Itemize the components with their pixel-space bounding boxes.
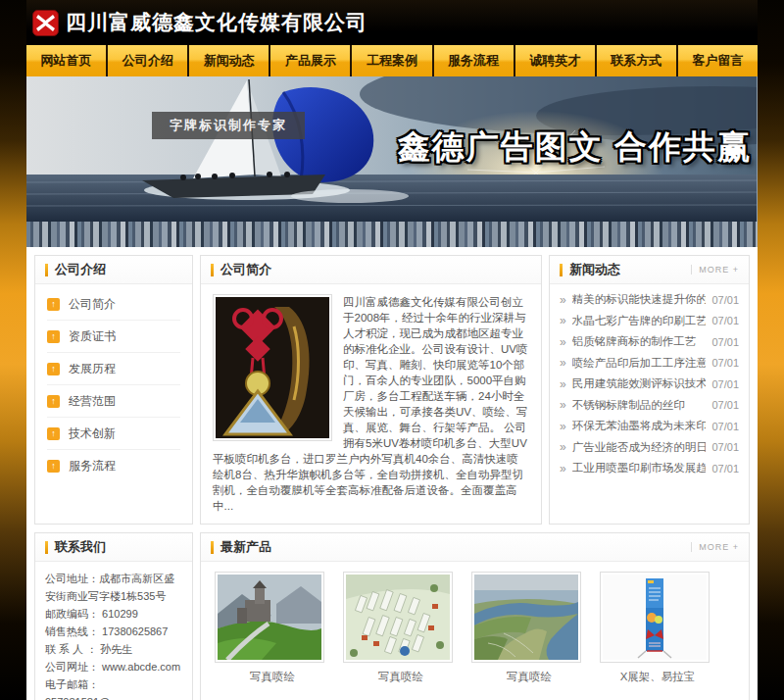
product-card[interactable]: 写真喷绘 bbox=[215, 572, 330, 684]
accent-bar bbox=[211, 264, 214, 276]
river-aerial-thumbnail bbox=[471, 572, 581, 663]
news-more-link[interactable]: MORE + bbox=[691, 265, 739, 275]
company-menu-box: 公司介绍 ↑ 公司简介 ↑ 资质证书 ↑ 发展历程 bbox=[34, 255, 193, 525]
product-caption: 写真喷绘 bbox=[215, 670, 330, 684]
product-strip: 写真喷绘 bbox=[201, 562, 749, 690]
news-item-date: 07/01 bbox=[711, 357, 739, 369]
news-item-date: 07/01 bbox=[711, 336, 739, 348]
banner-headline: 鑫德广告图文 合作共赢 bbox=[398, 125, 752, 170]
arrow-up-icon: ↑ bbox=[47, 330, 60, 343]
arrow-up-icon: ↑ bbox=[47, 363, 60, 375]
double-chevron-icon: » bbox=[560, 356, 566, 370]
news-item-title: 广告业能否成为经济的明日 bbox=[572, 440, 707, 455]
contact-box: 联系我们 公司地址：成都市高新区盛安街商业写字楼1栋535号 邮政编码： 610… bbox=[34, 532, 193, 700]
news-item-title: 民用建筑能效测评标识技术 bbox=[572, 376, 707, 391]
nav-item-home[interactable]: 网站首页 bbox=[26, 45, 106, 76]
company-profile-box: 公司简介 bbox=[200, 255, 542, 525]
content-row-top: 公司介绍 ↑ 公司简介 ↑ 资质证书 ↑ 发展历程 bbox=[34, 255, 750, 525]
contact-website: 公司网址： www.abcde.com bbox=[45, 658, 182, 675]
company-menu-list: ↑ 公司简介 ↑ 资质证书 ↑ 发展历程 ↑ 经营范围 bbox=[35, 284, 192, 482]
products-more-link[interactable]: MORE + bbox=[691, 542, 739, 552]
contact-address: 公司地址：成都市高新区盛安街商业写字楼1栋535号 bbox=[45, 570, 182, 605]
accent-bar bbox=[560, 264, 563, 276]
menu-item-scope[interactable]: ↑ 经营范围 bbox=[47, 385, 180, 418]
product-caption: 写真喷绘 bbox=[471, 670, 587, 684]
news-item[interactable]: » 不锈钢标牌制品的丝印 07/01 bbox=[560, 395, 739, 417]
contact-title: 联系我们 bbox=[55, 538, 106, 556]
company-profile-body: 四川富威德鑫文化传媒有限公司创立于2008年，经过十余年的行业深耕与人才积淀，现… bbox=[201, 284, 541, 524]
news-item-title: 水晶七彩广告牌的印刷工艺 bbox=[572, 314, 707, 328]
product-card[interactable]: X展架、易拉宝 bbox=[600, 572, 715, 684]
product-caption: X展架、易拉宝 bbox=[600, 670, 715, 684]
product-caption: 写真喷绘 bbox=[343, 670, 459, 684]
news-item-date: 07/01 bbox=[711, 441, 739, 453]
double-chevron-icon: » bbox=[560, 420, 566, 433]
news-box: 新闻动态 MORE + » 精美的标识能快速提升你的 07/01 » 水晶七彩广… bbox=[549, 255, 750, 525]
news-item-date: 07/01 bbox=[711, 463, 739, 475]
product-card[interactable]: 写真喷绘 bbox=[471, 572, 587, 684]
news-item[interactable]: » 精美的标识能快速提升你的 07/01 bbox=[560, 289, 739, 311]
menu-item-service-flow[interactable]: ↑ 服务流程 bbox=[47, 450, 180, 482]
menu-item-label: 资质证书 bbox=[69, 328, 116, 345]
menu-item-innovation[interactable]: ↑ 技术创新 bbox=[47, 418, 180, 450]
menu-item-label: 发展历程 bbox=[69, 361, 116, 377]
news-item[interactable]: » 广告业能否成为经济的明日 07/01 bbox=[560, 437, 739, 459]
menu-item-history[interactable]: ↑ 发展历程 bbox=[47, 353, 180, 385]
news-item[interactable]: » 铝质铭牌商标的制作工艺 07/01 bbox=[560, 331, 739, 353]
main-content: 公司介绍 ↑ 公司简介 ↑ 资质证书 ↑ 发展历程 bbox=[26, 247, 758, 700]
menu-item-label: 经营范围 bbox=[69, 393, 116, 410]
menu-item-profile[interactable]: ↑ 公司简介 bbox=[47, 288, 180, 321]
news-item[interactable]: » 水晶七彩广告牌的印刷工艺 07/01 bbox=[560, 311, 739, 332]
castle-photo-thumbnail bbox=[215, 572, 324, 663]
nav-item-cases[interactable]: 工程案例 bbox=[352, 45, 431, 76]
company-profile-title: 公司简介 bbox=[220, 261, 271, 278]
nav-item-products[interactable]: 产品展示 bbox=[270, 45, 350, 76]
news-item-title: 铝质铭牌商标的制作工艺 bbox=[572, 334, 707, 349]
news-item-date: 07/01 bbox=[711, 294, 739, 306]
news-item-title: 喷绘产品印后加工工序注意 bbox=[572, 356, 707, 371]
news-item[interactable]: » 民用建筑能效测评标识技术 07/01 bbox=[560, 374, 739, 395]
double-chevron-icon: » bbox=[560, 314, 566, 327]
company-profile-header: 公司简介 bbox=[201, 256, 541, 284]
news-item[interactable]: » 环保无苯油墨将成为未来印 07/01 bbox=[560, 416, 739, 437]
arrow-up-icon: ↑ bbox=[47, 460, 60, 473]
top-header: 四川富威德鑫文化传媒有限公司 bbox=[26, 0, 758, 45]
arrow-up-icon: ↑ bbox=[47, 427, 60, 440]
menu-item-label: 服务流程 bbox=[69, 458, 116, 475]
double-chevron-icon: » bbox=[560, 398, 566, 412]
main-nav: 网站首页 公司介绍 新闻动态 产品展示 工程案例 服务流程 诚聘英才 联系方式 … bbox=[26, 45, 758, 76]
page-container: 四川富威德鑫文化传媒有限公司 网站首页 公司介绍 新闻动态 产品展示 工程案例 … bbox=[26, 0, 758, 700]
accent-bar bbox=[211, 541, 214, 554]
double-chevron-icon: » bbox=[560, 335, 566, 349]
news-header: 新闻动态 MORE + bbox=[550, 256, 749, 284]
contact-email: 957081581@qq.com bbox=[45, 693, 182, 700]
company-menu-title: 公司介绍 bbox=[55, 261, 106, 278]
news-item-date: 07/01 bbox=[711, 399, 739, 411]
news-item-date: 07/01 bbox=[711, 421, 739, 432]
menu-item-label: 技术创新 bbox=[69, 425, 116, 442]
company-name: 四川富威德鑫文化传媒有限公司 bbox=[66, 9, 368, 36]
nav-item-guestbook[interactable]: 客户留言 bbox=[678, 45, 758, 76]
menu-item-label: 公司简介 bbox=[69, 296, 116, 313]
nav-item-news[interactable]: 新闻动态 bbox=[189, 45, 269, 76]
nav-item-contact[interactable]: 联系方式 bbox=[597, 45, 676, 76]
double-chevron-icon: » bbox=[560, 293, 566, 307]
news-item-date: 07/01 bbox=[711, 378, 739, 390]
double-chevron-icon: » bbox=[560, 377, 566, 391]
accent-bar bbox=[45, 264, 48, 276]
product-card[interactable]: 写真喷绘 bbox=[343, 572, 459, 684]
menu-item-certificates[interactable]: ↑ 资质证书 bbox=[47, 321, 180, 353]
contact-info: 公司地址：成都市高新区盛安街商业写字楼1栋535号 邮政编码： 610299 销… bbox=[35, 562, 192, 700]
news-list: » 精美的标识能快速提升你的 07/01 » 水晶七彩广告牌的印刷工艺 07/0… bbox=[550, 284, 749, 484]
nav-item-jobs[interactable]: 诚聘英才 bbox=[515, 45, 595, 76]
contact-person: 联 系 人 ： 孙先生 bbox=[45, 640, 182, 658]
nav-item-about[interactable]: 公司介绍 bbox=[108, 45, 187, 76]
news-item[interactable]: » 工业用喷墨印刷市场发展趋 07/01 bbox=[560, 458, 739, 479]
contact-zipcode: 邮政编码： 610299 bbox=[45, 605, 182, 623]
news-item-title: 工业用喷墨印刷市场发展趋 bbox=[572, 461, 707, 475]
news-item-title: 精美的标识能快速提升你的 bbox=[572, 292, 707, 307]
nav-item-service[interactable]: 服务流程 bbox=[434, 45, 514, 76]
products-title: 最新产品 bbox=[220, 538, 271, 556]
double-chevron-icon: » bbox=[560, 440, 566, 454]
news-item[interactable]: » 喷绘产品印后加工工序注意 07/01 bbox=[560, 353, 739, 375]
